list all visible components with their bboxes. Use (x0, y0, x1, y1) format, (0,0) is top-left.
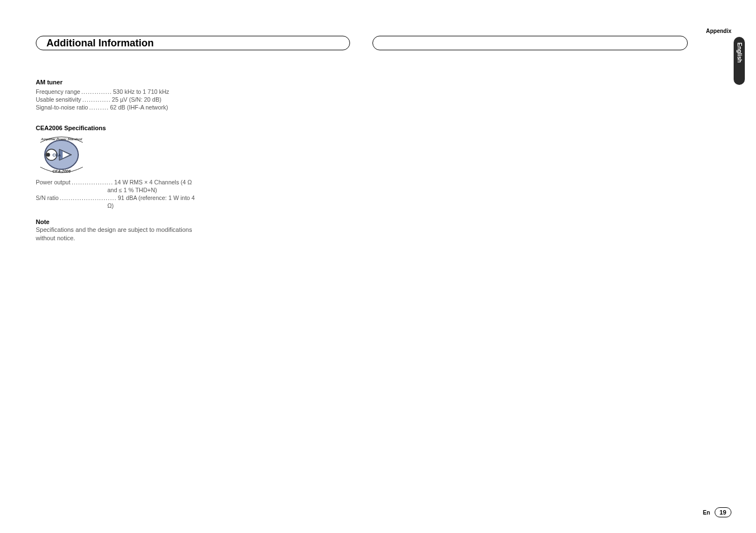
spec-value: 91 dBA (reference: 1 W into 4 (118, 194, 204, 202)
cea2006-section: CEA2006 Specifications CEA Amplifier Pow… (36, 124, 204, 242)
spec-row-frequency: Frequency range .............. 530 kHz t… (36, 88, 204, 96)
section-title-right-empty (372, 36, 688, 50)
spec-value: 530 kHz to 1 710 kHz (113, 88, 204, 96)
note-text: Specifications and the design are subjec… (36, 226, 204, 242)
section-title-text: Additional Information (46, 37, 154, 49)
cea2006-heading: CEA2006 Specifications (36, 124, 204, 132)
spec-value: 14 W RMS × 4 Channels (4 Ω (114, 178, 204, 186)
section-title-left: Additional Information (36, 36, 350, 50)
spec-label: Signal-to-noise ratio (36, 103, 88, 111)
spec-value: 25 µV (S/N: 20 dB) (112, 96, 204, 103)
spec-row-sensitivity: Usable sensitivity ............. 25 µV (… (36, 96, 204, 103)
spec-value-cont: and ≤ 1 % THD+N) (36, 186, 204, 194)
footer-lang: En (703, 510, 710, 516)
spec-row-sn-ratio: S/N ratio .......................... 91 … (36, 194, 204, 202)
appendix-label: Appendix (706, 28, 731, 34)
spec-dots: .............. (80, 88, 113, 96)
spec-label: Power output (36, 178, 70, 186)
logo-cea-text: CEA (53, 153, 61, 157)
spec-label: S/N ratio (36, 194, 59, 202)
spec-label: Usable sensitivity (36, 96, 81, 103)
note-heading: Note (36, 218, 204, 226)
am-tuner-heading: AM tuner (36, 78, 204, 87)
cea2006-logo: CEA Amplifier Power Standard CEA-2006 (36, 135, 204, 175)
spec-value: 62 dB (IHF-A network) (110, 103, 204, 111)
am-tuner-section: AM tuner Frequency range .............. … (36, 78, 204, 111)
page-footer: En 19 (703, 507, 731, 517)
spec-dots: ......... (88, 103, 110, 111)
spec-row-power-output: Power output ................... 14 W RM… (36, 178, 204, 186)
spec-dots: .......................... (59, 194, 118, 202)
svg-point-2 (46, 153, 50, 156)
logo-bottom-text: CEA-2006 (53, 169, 71, 173)
spec-row-snr: Signal-to-noise ratio ......... 62 dB (I… (36, 103, 204, 111)
language-tab-label: English (736, 42, 743, 63)
spec-dots: ............. (81, 96, 112, 103)
logo-top-text: Amplifier Power Standard (40, 137, 82, 141)
spec-dots: ................... (70, 178, 114, 186)
spec-label: Frequency range (36, 88, 80, 96)
language-tab: English (734, 37, 745, 85)
spec-value-cont: Ω) (36, 202, 204, 210)
page-number: 19 (715, 507, 731, 517)
cea2006-logo-svg: CEA Amplifier Power Standard CEA-2006 (36, 135, 87, 175)
page: Appendix English Additional Information … (0, 0, 756, 533)
